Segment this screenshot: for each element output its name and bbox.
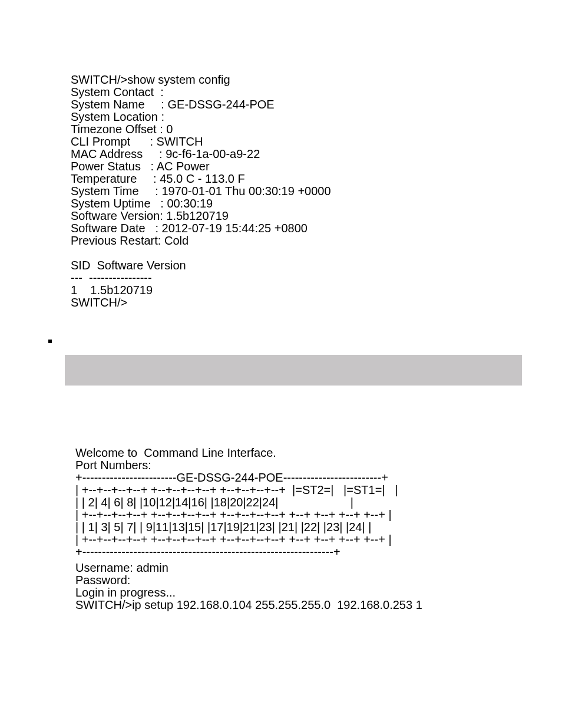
table-header: SID Software Version (71, 259, 186, 272)
ascii-switch-line: | +--+--+--+--+ +--+--+--+--+ +--+--+--+… (75, 508, 392, 521)
field-value: 2012-07-19 15:44:25 +0800 (162, 222, 308, 235)
prompt: SWITCH/> (71, 73, 127, 86)
ascii-switch-line: | | 2| 4| 6| 8| |10|12|14|16| |18|20|22|… (75, 496, 353, 509)
field-value: AC Power (157, 160, 210, 173)
document-page: SWITCH/>show system config System Contac… (0, 0, 562, 728)
field-value: Cold (164, 234, 189, 247)
field-label: Power Status : (71, 160, 154, 173)
field-label: System Time : (71, 185, 158, 197)
command-text: ip setup 192.168.0.104 255.255.255.0 192… (132, 598, 422, 611)
table-divider: --- ---------------- (71, 271, 152, 284)
username-value: admin (136, 561, 168, 574)
ascii-switch-line: | | 1| 3| 5| 7| | 9|11|13|15| |17|19|21|… (75, 521, 371, 533)
field-value: 45.0 C - 113.0 F (160, 172, 245, 185)
field-value: 1970-01-01 Thu 00:30:19 +0000 (161, 185, 330, 197)
terminal-output-login: Username: admin Password: Login in progr… (75, 562, 422, 611)
field-label: System Uptime : (71, 197, 164, 210)
field-label: System Contact : (71, 85, 164, 98)
field-value: GE-DSSG-244-POE (168, 98, 275, 111)
field-value: SWITCH (157, 135, 203, 148)
field-label: Previous Restart: (71, 234, 161, 247)
ascii-switch-line: +------------------------GE-DSSG-244-POE… (75, 471, 388, 484)
password-label: Password: (75, 574, 130, 587)
field-label: Temperature : (71, 172, 157, 185)
table-sid: 1 (71, 284, 77, 297)
ascii-switch-line: | +--+--+--+--+ +--+--+--+--+ +--+--+--+… (75, 483, 398, 496)
table-version: 1.5b120719 (90, 284, 153, 297)
ascii-switch-line: | +--+--+--+--+ +--+--+--+--+ +--+--+--+… (75, 533, 392, 546)
field-value: 00:30:19 (167, 197, 213, 210)
prompt: SWITCH/> (71, 296, 127, 309)
field-value: 0 (166, 123, 173, 136)
bullet-icon (48, 340, 52, 343)
terminal-output-system-config: SWITCH/>show system config System Contac… (71, 74, 331, 309)
username-label: Username: (75, 561, 133, 574)
login-progress: Login in progress... (75, 586, 176, 599)
field-value: 1.5b120719 (166, 209, 229, 222)
port-numbers-label: Port Numbers: (75, 459, 151, 472)
field-value: 9c-f6-1a-00-a9-22 (166, 147, 260, 160)
field-label: System Location : (71, 110, 164, 123)
ascii-switch-line: +---------------------------------------… (75, 545, 340, 558)
gray-divider-band (65, 355, 522, 386)
terminal-output-welcome: Welcome to Command Line Interface. Port … (75, 447, 398, 558)
field-label: Software Date : (71, 222, 158, 235)
field-label: MAC Address : (71, 147, 163, 160)
field-label: CLI Prompt : (71, 135, 153, 148)
welcome-line: Welcome to Command Line Interface. (75, 446, 276, 459)
field-label: Timezone Offset : (71, 123, 163, 136)
field-label: Software Version: (71, 209, 163, 222)
prompt: SWITCH/> (75, 598, 132, 611)
command-text: show system config (127, 73, 230, 86)
field-label: System Name : (71, 98, 164, 111)
